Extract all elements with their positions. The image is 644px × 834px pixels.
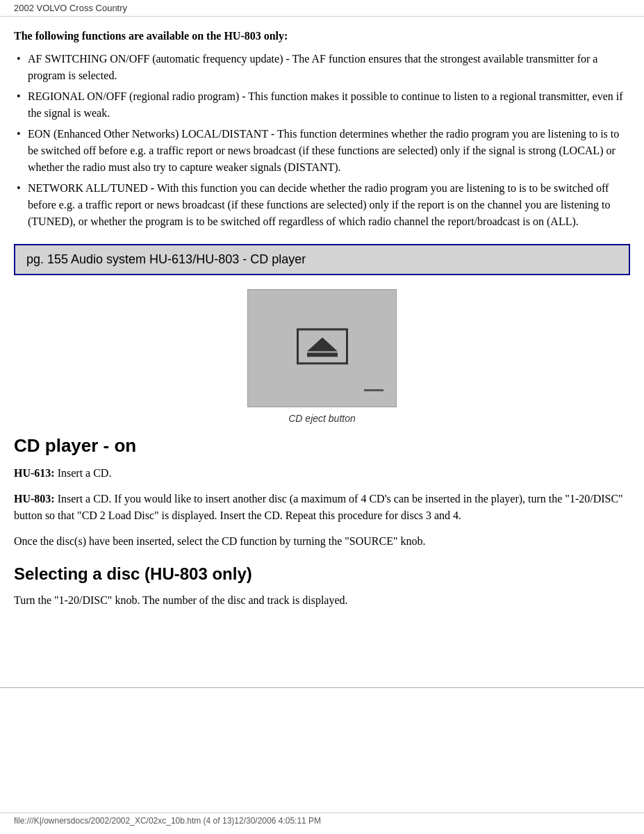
cd-eject-image <box>247 289 397 407</box>
image-caption: CD eject button <box>14 413 630 424</box>
hu613-text: Insert a CD. <box>55 467 112 479</box>
footer-divider <box>0 687 644 688</box>
header-title: 2002 VOLVO Cross Country <box>14 3 127 13</box>
cd-player-section-title: CD player - on <box>14 435 630 457</box>
hu803-label: HU-803: <box>14 493 55 505</box>
footer-text: file:///K|/ownersdocs/2002/2002_XC/02xc_… <box>14 816 321 826</box>
intro-heading: The following functions are available on… <box>14 28 630 45</box>
main-content: The following functions are available on… <box>0 17 644 660</box>
list-item: REGIONAL ON/OFF (regional radio program)… <box>14 88 630 122</box>
hu803-paragraph: HU-803: Insert a CD. If you would like t… <box>14 491 630 525</box>
eject-button-icon <box>297 328 348 364</box>
hu613-paragraph: HU-613: Insert a CD. <box>14 465 630 482</box>
list-item: EON (Enhanced Other Networks) LOCAL/DIST… <box>14 126 630 176</box>
hu803-text: Insert a CD. If you would like to insert… <box>14 493 623 522</box>
list-item: NETWORK ALL/TUNED - With this function y… <box>14 180 630 230</box>
cd-image-container <box>14 289 630 410</box>
page-reference-box: pg. 155 Audio system HU-613/HU-803 - CD … <box>14 244 630 275</box>
page-reference-text: pg. 155 Audio system HU-613/HU-803 - CD … <box>26 252 306 266</box>
hu613-label: HU-613: <box>14 467 55 479</box>
small-bar-decoration <box>364 389 383 391</box>
disc-knob-paragraph: Turn the "1-20/DISC" knob. The number of… <box>14 592 630 610</box>
source-paragraph: Once the disc(s) have been inserted, sel… <box>14 533 630 550</box>
eject-bar-icon <box>307 352 338 357</box>
features-list: AF SWITCHING ON/OFF (automatic frequency… <box>14 51 630 230</box>
page-footer: file:///K|/ownersdocs/2002/2002_XC/02xc_… <box>0 812 644 828</box>
eject-triangle-icon <box>307 337 338 351</box>
list-item: AF SWITCHING ON/OFF (automatic frequency… <box>14 51 630 84</box>
page-header: 2002 VOLVO Cross Country <box>0 0 644 17</box>
selecting-disc-title: Selecting a disc (HU-803 only) <box>14 564 630 584</box>
